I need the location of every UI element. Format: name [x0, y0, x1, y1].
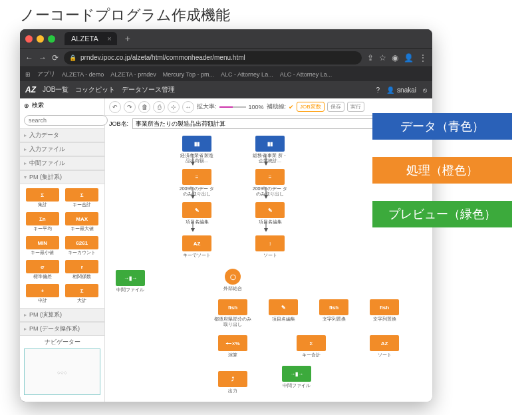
star-icon[interactable]: ☆ — [379, 53, 386, 63]
bookmark-item[interactable]: ALZETA - prndev — [110, 71, 156, 78]
legend: データ（青色） 処理（橙色） プレビュー（緑色） — [372, 113, 512, 245]
maximize-icon[interactable] — [48, 35, 55, 43]
node-proc[interactable]: AZキーでソート — [178, 235, 215, 258]
node-proc[interactable]: +−×%演算 — [214, 335, 251, 358]
node-proc[interactable]: ≡2009年のデー タのみ取り出し — [251, 169, 289, 196]
node-prev[interactable]: →▮→中間ファイル — [112, 270, 149, 293]
pm-item[interactable]: MAXキー最大値 — [64, 212, 101, 232]
browser-window: ALZETA × + ← → ⟳ 🔒 prndev.ipoc.co.jp/alz… — [20, 29, 432, 402]
pm-item[interactable]: MINキー最小値 — [24, 236, 61, 256]
pm-palette: Σ集計 Σキー合計 Σnキー平均 MAXキー最大値 MINキー最小値 6261キ… — [20, 184, 104, 308]
node-proc[interactable]: ✎項目名編集 — [265, 299, 302, 322]
help-icon[interactable]: ? — [376, 86, 380, 94]
chevron-down-icon: ▸ — [24, 146, 27, 152]
pm-item[interactable]: 6261キーカウント — [64, 236, 101, 256]
menu-icon[interactable]: ⋮ — [419, 53, 427, 63]
job-var-button[interactable]: JOB変数 — [297, 102, 325, 112]
lock-icon: 🔒 — [69, 55, 76, 61]
menu-cockpit[interactable]: コックピット — [75, 85, 115, 94]
extension-icon[interactable]: ◉ — [392, 53, 398, 63]
navigator-thumbnail[interactable]: ◇◇◇ — [24, 348, 100, 395]
navigator-label: ナビゲーター — [20, 336, 104, 348]
sb-input-data[interactable]: ▸入力データ — [20, 128, 104, 142]
pm-item[interactable]: +中計 — [24, 284, 61, 304]
search-input[interactable] — [24, 115, 108, 126]
new-tab-icon[interactable]: + — [125, 33, 130, 44]
logout-icon[interactable]: ⎋ — [423, 86, 427, 94]
pm-item[interactable]: Σ大計 — [64, 284, 101, 304]
page-title: ノーコードプログラム作成機能 — [0, 0, 532, 31]
url-field[interactable]: 🔒 prndev.ipoc.co.jp/alzeta/html/commonhe… — [64, 51, 362, 65]
titlebar: ALZETA × + — [20, 29, 432, 48]
sb-mid-file[interactable]: ▸中間ファイル — [20, 156, 104, 170]
node-proc[interactable]: ↕ソート — [251, 235, 289, 258]
menu-job-list[interactable]: JOB一覧 — [43, 85, 68, 94]
node-data[interactable]: ▮▮総務省 事業 所・企業統計... — [251, 136, 289, 163]
bookmark-item[interactable]: ALC - Attorney La... — [221, 71, 273, 78]
app-logo[interactable]: AZ — [25, 85, 36, 94]
node-proc[interactable]: fish都道府県部分のみ 取り出し — [214, 299, 251, 327]
close-icon[interactable] — [25, 35, 33, 43]
tab-close-icon[interactable]: × — [107, 35, 111, 43]
chevron-down-icon: ▾ — [24, 174, 27, 180]
sb-pm-calc[interactable]: ▸PM (演算系) — [20, 308, 104, 322]
pm-item[interactable]: σ標準偏差 — [24, 260, 61, 280]
run-button[interactable]: 実行 — [347, 102, 364, 112]
bookmark-item[interactable]: ALC - Attorney La... — [280, 71, 332, 78]
delete-icon[interactable]: 🗑 — [138, 101, 150, 113]
legend-proc: 処理（橙色） — [372, 157, 512, 184]
bookmark-item[interactable]: ALZETA - demo — [62, 71, 104, 78]
url-text: prndev.ipoc.co.jp/alzeta/html/commonhead… — [80, 54, 245, 61]
back-icon[interactable]: ← — [25, 53, 33, 63]
node-proc[interactable]: ✎項目名編集 — [251, 202, 289, 225]
zoom-slider[interactable] — [219, 106, 246, 108]
node-proc[interactable]: ✎項目名編集 — [178, 202, 215, 225]
expand-icon[interactable]: ⊕ — [24, 102, 29, 109]
pm-item[interactable]: r相関係数 — [64, 260, 101, 280]
profile-icon[interactable]: 👤 — [404, 53, 414, 63]
node-proc[interactable]: Σキー合計 — [293, 335, 330, 358]
minimize-icon[interactable] — [37, 35, 44, 43]
chevron-down-icon: ▸ — [24, 312, 27, 318]
fit-icon[interactable]: ⊹ — [168, 101, 180, 113]
app: AZ JOB一覧 コックピット データソース管理 ? 👤 snakai ⎋ ⊕ … — [20, 81, 432, 402]
node-proc[interactable]: ≡2009年のデー タのみ取り出し — [178, 169, 215, 196]
apps-icon[interactable]: ⊞ — [25, 71, 31, 78]
forward-icon[interactable]: → — [39, 53, 47, 63]
bookmark-item[interactable]: Mercury Top - pm... — [163, 71, 214, 78]
chevron-down-icon: ▸ — [24, 160, 27, 166]
reload-icon[interactable]: ⟳ — [52, 53, 59, 63]
jobname-label: JOB名: — [109, 120, 128, 128]
aux-label: 補助線: — [267, 102, 287, 111]
sb-pm-data[interactable]: ▸PM (データ操作系) — [20, 322, 104, 336]
node-proc[interactable]: AZソート — [366, 335, 403, 358]
pm-item[interactable]: Σキー合計 — [64, 188, 101, 208]
user-icon: 👤 — [386, 86, 394, 94]
save-button[interactable]: 保存 — [327, 102, 344, 112]
browser-tab[interactable]: ALZETA × — [65, 32, 117, 45]
pm-item[interactable]: Σnキー平均 — [24, 212, 61, 232]
sb-pm-agg[interactable]: ▾PM (集計系) — [20, 170, 104, 184]
user-menu[interactable]: 👤 snakai — [386, 86, 416, 94]
address-bar: ← → ⟳ 🔒 prndev.ipoc.co.jp/alzeta/html/co… — [20, 48, 432, 67]
node-proc[interactable]: ◯外部結合 — [214, 269, 251, 291]
zoom-icon[interactable]: ↔ — [182, 101, 194, 113]
share-icon[interactable]: ⇪ — [367, 53, 374, 63]
apps-label[interactable]: アプリ — [37, 70, 55, 78]
zoom-value: 100% — [249, 104, 264, 110]
sb-input-file[interactable]: ▸入力ファイル — [20, 142, 104, 156]
print-icon[interactable]: ⎙ — [153, 101, 165, 113]
node-proc[interactable]: fish文字列置換 — [315, 299, 352, 322]
menu-datasource[interactable]: データソース管理 — [122, 85, 175, 94]
node-data[interactable]: ▮▮経済産業省 製造品出荷額... — [178, 136, 215, 163]
legend-prev: プレビュー（緑色） — [372, 201, 512, 227]
node-proc[interactable]: ⤴出力 — [214, 371, 251, 394]
redo-icon[interactable]: ↷ — [124, 101, 136, 113]
chevron-down-icon: ▸ — [24, 132, 27, 138]
undo-icon[interactable]: ↶ — [109, 101, 121, 113]
sidebar: ⊕ 検索 ▸入力データ ▸入力ファイル ▸中間ファイル ▾PM (集計系) Σ集… — [20, 98, 105, 402]
node-proc[interactable]: fish文字列置換 — [366, 299, 403, 322]
aux-check-icon[interactable]: ✔ — [289, 104, 294, 110]
node-prev[interactable]: →▮→中間ファイル — [278, 366, 315, 388]
pm-item[interactable]: Σ集計 — [24, 188, 61, 208]
